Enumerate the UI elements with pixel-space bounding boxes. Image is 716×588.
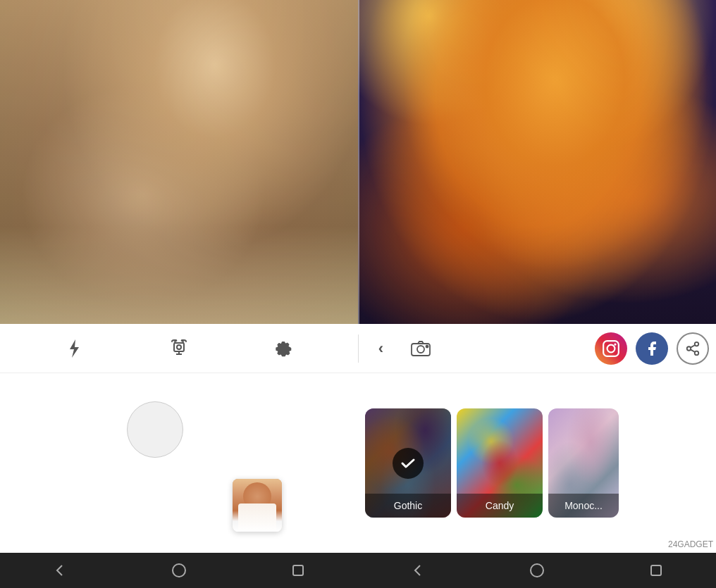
camera-button[interactable] <box>405 333 436 364</box>
recents-nav-right-icon <box>648 563 664 578</box>
share-icon <box>685 341 700 356</box>
flash-icon <box>66 339 82 358</box>
nav-home-left[interactable] <box>171 563 187 578</box>
svg-rect-20 <box>651 565 661 575</box>
svg-point-14 <box>695 351 699 355</box>
nav-right <box>358 553 716 588</box>
back-arrow-icon: ‹ <box>378 339 383 358</box>
photo-comparison-area <box>0 0 716 324</box>
svg-point-13 <box>687 346 691 351</box>
svg-point-10 <box>607 344 615 352</box>
back-nav-right-icon <box>410 563 426 578</box>
svg-point-8 <box>426 345 428 347</box>
svg-marker-0 <box>70 339 79 358</box>
svg-point-7 <box>417 346 424 353</box>
instagram-button[interactable] <box>595 332 627 365</box>
nav-left <box>0 553 358 588</box>
photo-thumbnail[interactable] <box>233 479 282 532</box>
watermark: 24GADGET <box>668 539 713 549</box>
gothic-checkmark <box>393 448 424 479</box>
gothic-label: Gothic <box>365 494 451 518</box>
svg-point-17 <box>173 564 185 577</box>
monochrome-label: Monoc... <box>548 494 619 518</box>
facebook-button[interactable] <box>636 332 668 365</box>
candy-label: Candy <box>457 494 543 518</box>
svg-point-2 <box>177 345 181 349</box>
home-nav-right-icon <box>529 563 545 578</box>
photo-divider <box>358 0 359 324</box>
filtered-photo <box>358 0 716 324</box>
filter-monochrome[interactable]: Monoc... <box>548 408 619 518</box>
share-button[interactable] <box>677 332 709 365</box>
instagram-icon <box>602 339 620 358</box>
bottom-area: Gothic Candy Monoc... <box>0 373 716 553</box>
bottom-left-panel <box>0 373 358 553</box>
rotate-camera-button[interactable] <box>163 333 195 364</box>
facebook-icon <box>643 340 660 357</box>
toolbar-right: ‹ <box>359 332 716 365</box>
rotate-camera-icon <box>169 339 189 358</box>
nav-back-right[interactable] <box>410 563 426 578</box>
nav-recents-right[interactable] <box>648 563 664 578</box>
svg-point-12 <box>695 342 699 346</box>
checkmark-icon <box>400 455 416 472</box>
svg-rect-9 <box>603 341 619 356</box>
svg-point-11 <box>614 343 616 345</box>
filter-gothic[interactable]: Gothic <box>365 408 451 518</box>
nav-recents-left[interactable] <box>290 563 306 578</box>
svg-line-16 <box>691 344 695 347</box>
back-button[interactable]: ‹ <box>366 333 397 364</box>
gear-icon <box>275 339 293 358</box>
color-picker[interactable] <box>127 401 183 458</box>
back-nav-icon <box>52 563 68 578</box>
home-nav-icon <box>171 563 187 578</box>
nav-back-left[interactable] <box>52 563 68 578</box>
original-photo <box>0 0 358 324</box>
flash-button[interactable] <box>58 333 90 364</box>
filter-cards-area: Gothic Candy Monoc... <box>358 373 716 553</box>
filter-candy[interactable]: Candy <box>457 408 543 518</box>
camera-icon <box>411 340 431 357</box>
nav-home-right[interactable] <box>529 563 545 578</box>
settings-button[interactable] <box>268 333 300 364</box>
recents-nav-icon <box>290 563 306 578</box>
toolbar-left <box>0 333 358 364</box>
svg-line-15 <box>691 349 695 352</box>
svg-rect-18 <box>293 565 303 575</box>
toolbar: ‹ <box>0 324 716 373</box>
svg-point-19 <box>531 564 543 577</box>
svg-rect-1 <box>174 343 184 351</box>
navigation-bar <box>0 553 716 588</box>
